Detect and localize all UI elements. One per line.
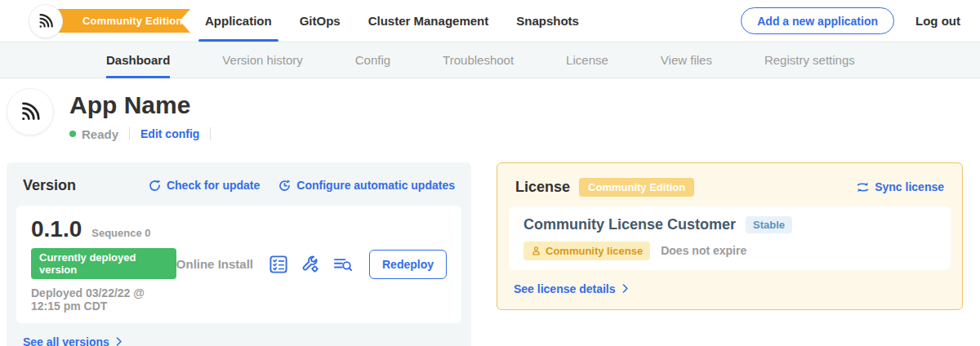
check-for-update-link[interactable]: Check for update	[148, 179, 260, 193]
divider	[210, 127, 211, 140]
view-deploy-logs-button[interactable]	[332, 255, 354, 274]
nav-gitops[interactable]: GitOps	[296, 0, 344, 42]
license-expiry: Does not expire	[661, 244, 746, 257]
subnav-dashboard[interactable]: Dashboard	[106, 42, 170, 78]
current-version-panel: 0.1.0 Sequence 0 Currently deployed vers…	[16, 206, 461, 323]
customer-name: Community License Customer	[523, 216, 736, 233]
nav-application[interactable]: Application	[202, 0, 275, 42]
replicated-logo-icon	[35, 11, 56, 32]
version-number: 0.1.0	[31, 216, 82, 242]
view-config-button[interactable]	[301, 255, 320, 274]
status-badge: Ready	[82, 127, 118, 141]
subnav-troubleshoot[interactable]: Troubleshoot	[443, 42, 514, 78]
status-ready-dot	[69, 131, 76, 137]
dashboard-content: App Name Ready Edit config Version	[0, 78, 980, 346]
sync-license-label: Sync license	[875, 180, 944, 193]
see-license-details-label: See license details	[514, 282, 616, 295]
install-type-label: Online Install	[176, 257, 253, 271]
refresh-icon	[148, 179, 162, 193]
license-edition-badge: Community Edition	[579, 178, 694, 197]
sync-license-link[interactable]: Sync license	[856, 180, 944, 193]
deployed-timestamp: Deployed 03/22/22 @ 12:15 pm CDT	[31, 286, 176, 313]
replicated-logo-badge	[29, 4, 63, 38]
nav-cluster-management[interactable]: Cluster Management	[365, 0, 492, 42]
app-logo-icon	[16, 98, 44, 126]
primary-nav: Application GitOps Cluster Management Sn…	[202, 0, 582, 42]
redeploy-button[interactable]: Redeploy	[369, 250, 447, 279]
subnav-config[interactable]: Config	[355, 42, 390, 78]
logs-magnifier-icon	[332, 255, 354, 274]
auto-update-clock-icon	[278, 179, 292, 193]
community-edition-ribbon-label: Community Edition	[82, 15, 183, 27]
license-card: License Community Edition Sync license	[497, 162, 963, 310]
license-type-badge: Community license	[523, 242, 650, 260]
preflight-checks-button[interactable]	[269, 255, 288, 274]
license-type-label: Community license	[546, 245, 643, 257]
add-new-application-button[interactable]: Add a new application	[741, 7, 894, 34]
configure-automatic-updates-label: Configure automatic updates	[296, 179, 455, 192]
see-all-versions-label: See all versions	[23, 335, 109, 346]
see-all-versions-link[interactable]: See all versions	[16, 335, 124, 346]
check-for-update-label: Check for update	[167, 179, 260, 192]
preflight-checklist-icon	[269, 255, 288, 274]
license-details-panel: Community License Customer Stable Commun…	[509, 206, 951, 270]
chevron-right-icon	[114, 336, 124, 346]
wrench-gear-icon	[301, 255, 320, 274]
nav-snapshots[interactable]: Snapshots	[513, 0, 582, 42]
brand-logo-ribbon: Community Edition	[29, 0, 167, 42]
person-badge-icon	[531, 246, 541, 256]
see-license-details-link[interactable]: See license details	[509, 282, 630, 295]
subnav-registry-settings[interactable]: Registry settings	[764, 42, 855, 78]
top-navigation-bar: Community Edition Application GitOps Clu…	[0, 0, 980, 42]
sequence-label: Sequence 0	[91, 227, 150, 239]
page-title-app-name: App Name	[69, 91, 221, 120]
edit-config-link[interactable]: Edit config	[140, 127, 199, 140]
divider	[129, 127, 130, 140]
chevron-right-icon	[620, 283, 630, 294]
logout-button[interactable]: Log out	[915, 14, 960, 28]
version-card-title: Version	[23, 177, 76, 194]
channel-badge: Stable	[746, 216, 792, 233]
subnav-view-files[interactable]: View files	[661, 42, 712, 78]
version-card: Version Check for update	[7, 162, 471, 346]
license-card-title: License	[515, 179, 570, 196]
subnav-version-history[interactable]: Version history	[222, 42, 302, 78]
sync-arrows-icon	[856, 181, 870, 193]
app-header: App Name Ready Edit config	[7, 88, 963, 141]
currently-deployed-badge: Currently deployed version	[31, 248, 176, 279]
subnav-license[interactable]: License	[566, 42, 608, 78]
app-avatar	[7, 88, 54, 135]
configure-automatic-updates-link[interactable]: Configure automatic updates	[278, 179, 455, 193]
app-subnav: Dashboard Version history Config Trouble…	[0, 42, 980, 78]
